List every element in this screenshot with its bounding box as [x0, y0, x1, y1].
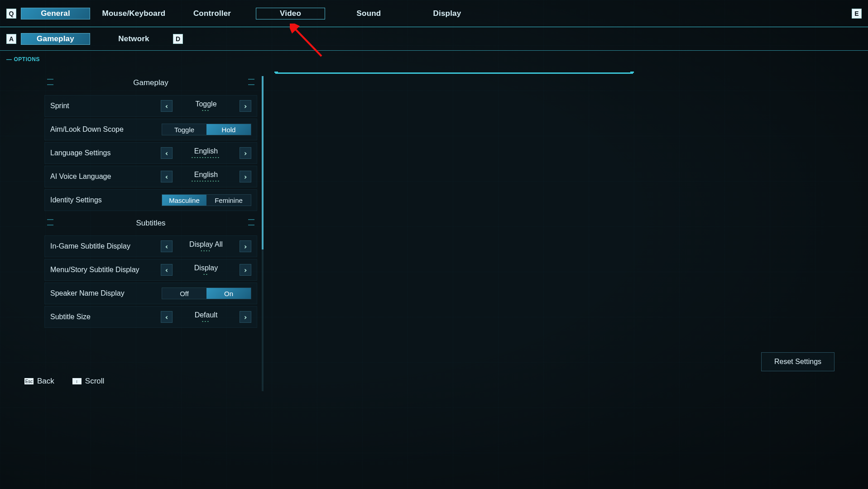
- prev-arrow[interactable]: ‹: [161, 100, 173, 112]
- setting-label: Menu/Story Subtitle Display: [50, 266, 161, 274]
- setting-row-menu-story-subtitle-display: Menu/Story Subtitle Display‹Display••›: [44, 259, 257, 281]
- setting-label: Identity Settings: [50, 196, 162, 204]
- setting-value: English: [194, 147, 218, 155]
- next-arrow[interactable]: ›: [240, 264, 251, 276]
- setting-label: Subtitle Size: [50, 313, 161, 321]
- segment-off[interactable]: Off: [162, 288, 206, 299]
- next-arrow[interactable]: ›: [240, 100, 251, 112]
- key-hint-d: D: [173, 34, 183, 44]
- tab-controller[interactable]: Controller: [177, 8, 247, 19]
- segment-masculine[interactable]: Masculine: [162, 195, 206, 206]
- prev-arrow[interactable]: ‹: [161, 171, 173, 182]
- next-arrow[interactable]: ›: [240, 171, 251, 182]
- setting-value: Default: [195, 311, 218, 319]
- options-breadcrumb: OPTIONS: [6, 56, 40, 62]
- setting-row-identity-settings: Identity SettingsMasculineFeminine: [44, 189, 257, 211]
- scroll-hint: ↕ Scroll: [72, 377, 105, 386]
- next-arrow[interactable]: ›: [240, 311, 251, 323]
- detail-panel: [275, 72, 633, 395]
- page-dots: •••••••••••: [192, 156, 221, 159]
- setting-row-speaker-name-display: Speaker Name DisplayOffOn: [44, 283, 257, 304]
- back-hint: Esc Back: [24, 377, 54, 386]
- setting-label: Aim/Look Down Scope: [50, 125, 162, 134]
- key-hint-e: E: [852, 9, 862, 19]
- secondary-tab-row: A GameplayNetwork D: [0, 27, 868, 51]
- setting-row-in-game-subtitle-display: In-Game Subtitle Display‹Display All••••…: [44, 235, 257, 257]
- setting-value: Toggle: [195, 100, 216, 108]
- prev-arrow[interactable]: ‹: [161, 264, 173, 276]
- page-dots: ••: [203, 273, 209, 276]
- footer-hints: Esc Back ↕ Scroll: [24, 377, 104, 386]
- setting-label: Language Settings: [50, 149, 161, 157]
- next-arrow[interactable]: ›: [240, 240, 251, 252]
- primary-tab-row: Q GeneralMouse/KeyboardControllerVideoSo…: [0, 0, 868, 27]
- segment-hold[interactable]: Hold: [206, 124, 251, 135]
- setting-label: In-Game Subtitle Display: [50, 242, 161, 250]
- page-dots: ••••: [201, 249, 211, 252]
- segment-toggle[interactable]: Toggle: [162, 124, 206, 135]
- key-hint-q: Q: [6, 9, 16, 19]
- segment-feminine[interactable]: Feminine: [206, 195, 251, 206]
- section-title-gameplay: Gameplay: [44, 72, 257, 93]
- page-dots: •••••••••••: [192, 180, 221, 182]
- scrollbar-track[interactable]: [262, 76, 264, 391]
- setting-row-language-settings: Language Settings‹English•••••••••••›: [44, 142, 257, 164]
- key-hint-a: A: [6, 34, 16, 44]
- scrollbar-thumb[interactable]: [262, 76, 264, 249]
- setting-value: English: [194, 171, 218, 179]
- tab-video[interactable]: Video: [256, 8, 325, 19]
- tab-sound[interactable]: Sound: [334, 8, 403, 19]
- prev-arrow[interactable]: ‹: [161, 147, 173, 159]
- tab-general[interactable]: General: [21, 8, 90, 19]
- subtab-network[interactable]: Network: [99, 33, 168, 45]
- prev-arrow[interactable]: ‹: [161, 311, 173, 323]
- page-dots: •••: [202, 320, 210, 323]
- segment-on[interactable]: On: [206, 288, 251, 299]
- setting-value: Display: [194, 264, 218, 272]
- tab-mouse-keyboard[interactable]: Mouse/Keyboard: [99, 8, 168, 19]
- setting-value: Display All: [189, 240, 223, 249]
- setting-label: AI Voice Language: [50, 173, 161, 181]
- scroll-key-icon: ↕: [72, 378, 82, 384]
- prev-arrow[interactable]: ‹: [161, 240, 173, 252]
- setting-row-subtitle-size: Subtitle Size‹Default•••›: [44, 306, 257, 328]
- settings-list: GameplaySprint‹Toggle•••›Aim/Look Down S…: [44, 72, 257, 395]
- page-dots: •••: [202, 109, 210, 112]
- setting-label: Speaker Name Display: [50, 289, 162, 297]
- subtab-gameplay[interactable]: Gameplay: [21, 33, 90, 45]
- setting-row-ai-voice-language: AI Voice Language‹English•••••••••••›: [44, 166, 257, 187]
- next-arrow[interactable]: ›: [240, 147, 251, 159]
- reset-settings-button[interactable]: Reset Settings: [761, 352, 834, 371]
- setting-row-sprint: Sprint‹Toggle•••›: [44, 95, 257, 117]
- tab-display[interactable]: Display: [412, 8, 482, 19]
- section-title-subtitles: Subtitles: [44, 213, 257, 234]
- setting-label: Sprint: [50, 102, 161, 110]
- setting-row-aim-look-down-scope: Aim/Look Down ScopeToggleHold: [44, 119, 257, 140]
- back-key-icon: Esc: [24, 378, 34, 384]
